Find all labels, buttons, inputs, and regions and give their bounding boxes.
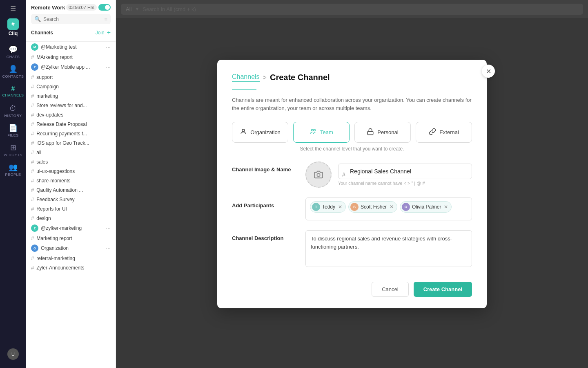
hash-icon: # <box>31 159 34 165</box>
svg-point-0 <box>242 129 245 132</box>
channel-description-textarea[interactable]: To discuss regional sales and revenue st… <box>305 230 472 267</box>
workspace-title: Remote Work <box>31 4 65 11</box>
channel-name: ui-ux-suggestions <box>36 168 111 174</box>
list-item[interactable]: # Reports for UI <box>26 204 116 213</box>
list-item[interactable]: M @Marketing test ··· <box>26 42 116 52</box>
channel-name: Marketing report <box>36 236 111 241</box>
participants-box[interactable]: T Teddy ✕ S Scott Fisher ✕ O <box>305 197 472 220</box>
list-item[interactable]: # design <box>26 213 116 223</box>
create-channel-button[interactable]: Create Channel <box>414 282 472 297</box>
participant-avatar-teddy: T <box>312 203 320 211</box>
channel-name: Release Date Proposal <box>36 121 111 127</box>
list-item[interactable]: # Recurring payments f... <box>26 129 116 138</box>
list-item[interactable]: # sales <box>26 157 116 166</box>
list-item[interactable]: # Feedback Survey <box>26 195 116 204</box>
type-team-button[interactable]: Team <box>293 122 350 143</box>
type-external-button[interactable]: External <box>416 122 472 143</box>
sidebar-item-history[interactable]: ⏱ HISTORY <box>4 102 22 120</box>
add-channel-icon[interactable]: + <box>107 29 111 36</box>
history-icon: ⏱ <box>9 104 17 113</box>
create-channel-modal: Channels > Create Channel Channels are m… <box>217 60 487 308</box>
sidebar-item-chats[interactable]: 💬 CHATS <box>4 43 22 61</box>
modal-container: ✕ Channels > Create Channel Channels are… <box>217 60 487 308</box>
search-input[interactable] <box>43 16 102 22</box>
list-item[interactable]: Z @zylker-marketing ··· <box>26 223 116 233</box>
list-item[interactable]: # support <box>26 72 116 82</box>
add-participants-label: Add Participants <box>232 197 297 209</box>
cancel-button[interactable]: Cancel <box>372 282 408 297</box>
list-item[interactable]: # iOS app for Geo Track... <box>26 138 116 148</box>
channel-name: share-moments <box>36 178 111 184</box>
work-toggle[interactable] <box>98 4 111 11</box>
list-item[interactable]: # Store reviews for and... <box>26 101 116 110</box>
list-item[interactable]: # dev-updates <box>26 110 116 119</box>
people-icon: 👥 <box>9 163 18 172</box>
list-item[interactable]: # Campaign <box>26 82 116 91</box>
search-box[interactable]: 🔍 ≡ <box>31 14 111 24</box>
list-item[interactable]: # share-moments <box>26 176 116 185</box>
channel-name: Store reviews for and... <box>36 103 111 108</box>
user-avatar[interactable]: U <box>7 348 19 360</box>
widgets-icon: ⊞ <box>10 143 16 152</box>
channel-name: MArketing report <box>36 54 111 60</box>
sidebar-item-widgets[interactable]: ⊞ WIDGETS <box>4 141 22 159</box>
more-options-icon[interactable]: ··· <box>106 64 111 70</box>
channel-name-hint: Your channel name cannot have < > " | @ … <box>338 181 472 186</box>
type-organization-button[interactable]: Organization <box>232 122 288 143</box>
contacts-icon: 👤 <box>9 65 18 74</box>
list-item[interactable]: # marketing <box>26 91 116 101</box>
remove-teddy-button[interactable]: ✕ <box>338 204 342 210</box>
more-options-icon[interactable]: ··· <box>106 245 111 251</box>
remove-scott-button[interactable]: ✕ <box>390 204 394 210</box>
hash-icon: # <box>31 140 34 146</box>
list-item[interactable]: # all <box>26 148 116 157</box>
list-item[interactable]: # Zyler-Announcements <box>26 263 116 272</box>
sidebar-item-people[interactable]: 👥 PEOPLE <box>4 161 22 179</box>
team-icon <box>310 128 317 137</box>
search-icon: 🔍 <box>34 16 41 22</box>
channel-name-input[interactable] <box>338 164 472 179</box>
sidebar-item-contacts[interactable]: 👤 CONTACTS <box>4 63 22 81</box>
channel-name: @Marketing test <box>41 44 103 50</box>
channel-name: Campaign <box>36 84 111 90</box>
participant-tag-teddy: T Teddy ✕ <box>310 201 346 213</box>
hash-icon: # <box>31 235 34 241</box>
filter-icon[interactable]: ≡ <box>104 16 107 22</box>
more-options-icon[interactable]: ··· <box>106 225 111 231</box>
channel-description-row: Channel Description To discuss regional … <box>232 230 472 269</box>
sidebar-item-channels[interactable]: # CHANNELS <box>4 82 22 100</box>
hash-icon: # <box>31 187 34 193</box>
svg-point-4 <box>317 173 320 176</box>
participant-name-teddy: Teddy <box>322 204 335 210</box>
channel-image-upload[interactable] <box>305 162 332 188</box>
type-personal-label: Personal <box>377 129 398 135</box>
hamburger-icon[interactable]: ☰ <box>10 5 16 13</box>
list-item[interactable]: O Organization ··· <box>26 243 116 254</box>
remove-olivia-button[interactable]: ✕ <box>444 204 448 210</box>
list-item[interactable]: # Marketing report <box>26 233 116 243</box>
type-personal-button[interactable]: Personal <box>354 122 411 143</box>
channel-name: Zyler-Announcements <box>36 265 111 271</box>
more-options-icon[interactable]: ··· <box>106 44 111 50</box>
list-item[interactable]: Z @Zylker Mobile app ... ··· <box>26 62 116 72</box>
list-item[interactable]: # Release Date Proposal <box>26 119 116 129</box>
list-item[interactable]: # ui-ux-suggestions <box>26 166 116 176</box>
participant-tag-scott: S Scott Fisher ✕ <box>348 201 397 213</box>
close-button[interactable]: ✕ <box>482 65 495 78</box>
join-link[interactable]: Join <box>96 30 105 36</box>
sidebar-item-files[interactable]: 📄 FILES <box>4 121 22 139</box>
channel-name: @zylker-marketing <box>41 225 103 231</box>
hash-icon: # <box>31 74 34 80</box>
participant-avatar-olivia: O <box>402 203 410 211</box>
channel-name-input-wrap: # Your channel name cannot have < > " | … <box>338 164 472 186</box>
list-item[interactable]: # MArketing report <box>26 52 116 62</box>
channel-type-selector: Organization Team Personal <box>232 122 472 143</box>
channel-name: Organization <box>41 245 103 251</box>
breadcrumb-separator: > <box>263 74 267 81</box>
breadcrumb-channels-link[interactable]: Channels <box>232 73 260 82</box>
hash-icon: # <box>31 112 34 118</box>
list-item[interactable]: # referral-marketing <box>26 254 116 263</box>
people-label: PEOPLE <box>5 173 21 177</box>
list-item[interactable]: # Qaulity Automation ... <box>26 185 116 195</box>
participant-name-scott: Scott Fisher <box>361 204 387 210</box>
